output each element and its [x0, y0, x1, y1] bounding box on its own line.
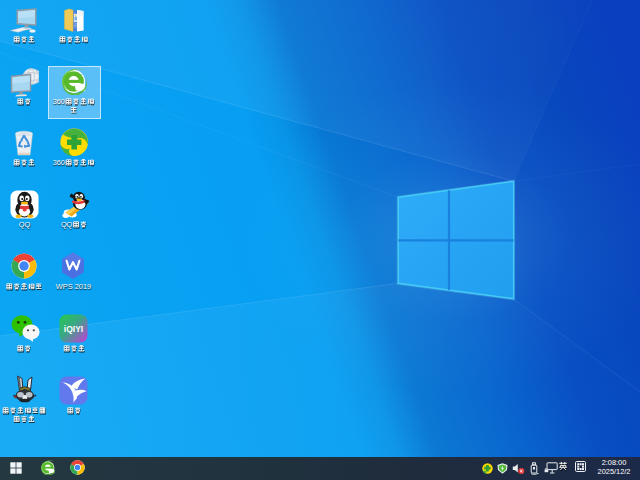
- svg-text:360: 360: [53, 96, 65, 105]
- svg-text:360: 360: [53, 158, 65, 167]
- svg-text:WPS 2019: WPS 2019: [56, 281, 91, 290]
- svg-text:QQ: QQ: [60, 220, 72, 229]
- svg-text:iQIYI: iQIYI: [64, 324, 83, 334]
- svg-text:QQ: QQ: [18, 220, 30, 229]
